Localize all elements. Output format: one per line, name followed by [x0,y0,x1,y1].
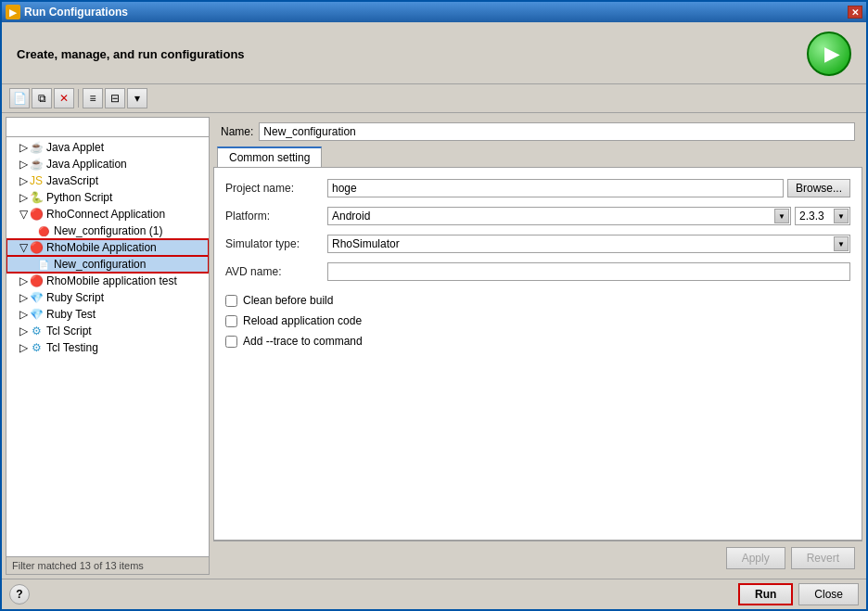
simulator-type-row: Simulator type: RhoSimulator AVD ▼ [225,235,850,253]
tree-toggle[interactable]: ▷ [18,341,29,354]
toolbar: 📄 ⧉ ✕ ≡ ⊟ ▾ [2,84,866,113]
platform-label: Platform: [225,210,327,223]
tree-label-ruby-test: Ruby Test [46,308,96,321]
tree-toggle[interactable]: ▷ [18,274,29,287]
browse-button[interactable]: Browse... [787,179,850,197]
clean-before-build-checkbox[interactable] [225,295,237,307]
tree-label-javascript: JavaScript [46,174,98,187]
new-config-1-icon: 🔴 [36,223,51,238]
clean-before-build-label: Clean before build [243,294,333,307]
tree-label-rhoconnect: RhoConnect Application [46,208,165,221]
tree-label-java-application: Java Application [46,158,127,171]
tree-toggle[interactable]: ▷ [18,191,29,204]
tree-item-new-config-1[interactable]: 🔴 New_configuration (1) [6,223,209,239]
add-trace-label: Add --trace to command [243,335,363,348]
python-icon: 🐍 [29,190,44,205]
run-button[interactable]: Run [738,583,793,605]
tree-toggle[interactable]: ▷ [18,308,29,321]
project-name-input[interactable] [327,179,784,197]
filter-input[interactable] [6,118,209,137]
tree-label-ruby-script: Ruby Script [46,291,104,304]
tree-toggle[interactable]: ▷ [18,291,29,304]
tree-toggle[interactable]: ▷ [18,174,29,187]
avd-name-label: AVD name: [225,265,327,278]
header-text: Create, manage, and run configurations [17,47,245,61]
tree-item-ruby-script[interactable]: ▷ 💎 Ruby Script [6,289,209,306]
platform-select-wrapper: Android iOS Windows Mobile ▼ [327,207,791,225]
java-app-icon: ☕ [29,157,44,172]
name-row: Name: [213,117,862,146]
avd-name-row: AVD name: [225,262,850,281]
simulator-type-label: Simulator type: [225,237,327,250]
tab-common-setting[interactable]: Common setting [217,146,322,167]
reload-application-code-label: Reload application code [243,314,362,327]
tcl-script-icon: ⚙ [29,324,44,338]
tree-item-java-applet[interactable]: ▷ ☕ Java Applet [6,139,209,156]
version-select-wrapper: 2.3.3 4.0 4.1 ▼ [795,207,850,225]
tree-label-python-script: Python Script [46,191,112,204]
tree-toggle[interactable]: ▷ [18,141,29,154]
status-bar: ? Run Close [2,579,866,609]
ruby-script-icon: 💎 [29,290,44,305]
tree-label-new-config: New_configuration [54,258,146,271]
tree-item-new-config[interactable]: 📄 New_configuration [6,256,209,273]
delete-config-button[interactable]: ✕ [54,88,74,108]
left-panel: ▷ ☕ Java Applet ▷ ☕ Java Application ▷ J… [6,117,210,575]
tree-toggle[interactable]: ▽ [18,208,29,221]
more-button[interactable]: ▾ [127,88,147,108]
tree-item-rhoconnect[interactable]: ▽ 🔴 RhoConnect Application [6,206,209,223]
reload-application-code-checkbox[interactable] [225,315,237,327]
duplicate-config-button[interactable]: ⧉ [32,88,52,108]
collapse-button[interactable]: ⊟ [105,88,125,108]
new-config-button[interactable]: 📄 [9,88,30,108]
checkboxes-section: Clean before build Reload application co… [225,290,850,359]
tree-item-java-application[interactable]: ▷ ☕ Java Application [6,156,209,172]
simulator-type-select[interactable]: RhoSimulator AVD [327,235,850,253]
window-close-button[interactable]: ✕ [848,6,862,19]
platform-select[interactable]: Android iOS Windows Mobile [327,207,791,225]
tree-label-rhomobile-test: RhoMobile application test [46,274,177,287]
help-button[interactable]: ? [9,584,30,605]
new-config-icon: 📄 [36,257,51,272]
revert-button[interactable]: Revert [791,547,855,569]
tree-item-rhomobile-test[interactable]: ▷ 🔴 RhoMobile application test [6,273,209,289]
avd-name-input[interactable] [327,262,850,281]
run-configurations-window: ▶ Run Configurations ✕ Create, manage, a… [0,0,868,611]
project-name-label: Project name: [225,182,327,195]
tree-item-rhomobile[interactable]: ▽ 🔴 RhoMobile Application [6,239,209,256]
platform-row: Platform: Android iOS Windows Mobile ▼ 2… [225,207,850,225]
version-select[interactable]: 2.3.3 4.0 4.1 [795,207,850,225]
clean-before-build-row: Clean before build [225,294,850,307]
close-button[interactable]: Close [798,583,859,605]
tree-item-tcl-script[interactable]: ▷ ⚙ Tcl Script [6,323,209,339]
toolbar-separator-1 [78,89,79,108]
tree-toggle[interactable]: ▷ [18,158,29,171]
simulator-type-select-wrapper: RhoSimulator AVD ▼ [327,235,850,253]
header: Create, manage, and run configurations [2,22,866,84]
tree-label-rhomobile: RhoMobile Application [46,241,157,254]
tree-item-tcl-testing[interactable]: ▷ ⚙ Tcl Testing [6,339,209,356]
tree-item-ruby-test[interactable]: ▷ 💎 Ruby Test [6,306,209,323]
tree-label-new-config-1: New_configuration (1) [54,224,162,237]
tree-label-tcl-script: Tcl Script [46,325,92,337]
tree-label-tcl-testing: Tcl Testing [46,341,98,354]
add-trace-checkbox[interactable] [225,336,237,348]
javascript-icon: JS [29,173,44,188]
tcl-testing-icon: ⚙ [29,340,44,355]
tree-item-javascript[interactable]: ▷ JS JavaScript [6,172,209,189]
name-label: Name: [221,125,253,138]
right-panel: Name: Common setting Project name: Brows… [213,117,862,575]
title-bar: ▶ Run Configurations ✕ [2,2,866,22]
form-area: Project name: Browse... Platform: Androi… [213,167,862,541]
filter-button[interactable]: ≡ [83,88,103,108]
rhoconnect-icon: 🔴 [29,207,44,222]
name-input[interactable] [259,122,855,141]
main-content: ▷ ☕ Java Applet ▷ ☕ Java Application ▷ J… [2,113,866,579]
tree-toggle[interactable]: ▽ [18,241,29,254]
apply-button[interactable]: Apply [726,547,785,569]
bottom-action-bar: Apply Revert [213,541,862,575]
filter-status: Filter matched 13 of 13 items [6,556,209,574]
tree-toggle[interactable]: ▷ [18,325,29,337]
project-name-row: Project name: Browse... [225,179,850,197]
tree-item-python-script[interactable]: ▷ 🐍 Python Script [6,189,209,206]
